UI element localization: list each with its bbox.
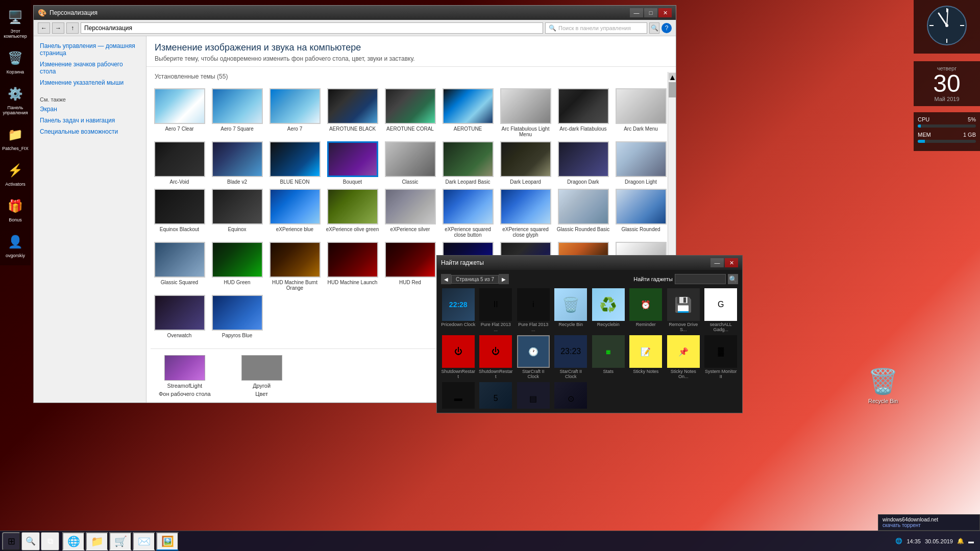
sidebar-icon-user[interactable]: 👤 ovgorskiy bbox=[1, 230, 30, 260]
theme-item-t-hud-burnt[interactable]: HUD Machine Burnt Orange bbox=[268, 242, 322, 291]
theme-item-t-hud-green[interactable]: HUD Green bbox=[210, 242, 264, 291]
maximize-button[interactable]: □ bbox=[644, 8, 657, 17]
scroll-up-btn[interactable]: ▲ bbox=[669, 73, 676, 80]
gadget-item-g-topfive[interactable]: 5Top Five bbox=[479, 382, 513, 409]
theme-item-t-arc-flat-light[interactable]: Arc Flatabulous Light Menu bbox=[499, 88, 552, 137]
screen-link[interactable]: Экран bbox=[40, 106, 140, 113]
gadget-item-g-clock[interactable]: 22:28Pricedown Clock bbox=[441, 288, 476, 332]
gadgets-next-btn[interactable]: ▶ bbox=[499, 274, 509, 284]
theme-item-t-xp-blue[interactable]: eXPerience blue bbox=[268, 189, 322, 238]
taskbar-show-desktop-btn[interactable]: ▬ bbox=[968, 538, 974, 544]
theme-item-t-dragoon-light[interactable]: Dragoon Light bbox=[614, 141, 668, 185]
search-button[interactable]: 🔍 bbox=[649, 22, 659, 34]
theme-item-t-dark-leopard[interactable]: Dark Leopard bbox=[499, 141, 552, 185]
gadget-item-g-stats[interactable]: ▦Stats bbox=[591, 335, 626, 379]
taskbar-notification-icon[interactable]: 🔔 bbox=[957, 538, 964, 544]
theme-item-t-equinox[interactable]: Equinox bbox=[210, 189, 264, 238]
taskbar-link[interactable]: Панель задач и навигация bbox=[40, 117, 140, 124]
sidebar-icon-bonus[interactable]: 🎁 Bonus bbox=[1, 194, 30, 224]
theme-item-t-dark-leopard-basic[interactable]: Dark Leopard Basic bbox=[441, 141, 495, 185]
gadgets-close-btn[interactable]: ✕ bbox=[725, 258, 738, 267]
theme-item-t-aerotune[interactable]: AEROTUNE bbox=[441, 88, 495, 137]
sidebar-icon-activators[interactable]: ⚡ Activators bbox=[1, 158, 30, 189]
theme-item-t-blue-neon[interactable]: BLUE NEON bbox=[268, 141, 322, 185]
accessibility-link[interactable]: Специальные возможности bbox=[40, 128, 140, 135]
theme-item-t-arc-dark-flat[interactable]: Arc-dark Flatabulous bbox=[556, 88, 610, 137]
gadget-item-g-stickynotes2[interactable]: 📌Sticky Notes On... bbox=[666, 335, 701, 379]
taskbar-control-panel-btn[interactable]: 🖼️ bbox=[156, 532, 179, 550]
theme-name-t-dark-leopard-basic: Dark Leopard Basic bbox=[446, 179, 491, 185]
theme-item-t-glassic-sq[interactable]: Glassic Squared bbox=[153, 242, 206, 291]
back-button[interactable]: ← bbox=[38, 22, 50, 34]
gadgets-search-label: Найти гаджеты bbox=[633, 276, 673, 282]
gadget-item-g-pureflat1[interactable]: IIPure Flat 2013 ... bbox=[479, 288, 513, 332]
theme-item-t-aerotune-black[interactable]: AEROTUNE BLACK bbox=[326, 88, 379, 137]
taskbar-mail-btn[interactable]: ✉️ bbox=[133, 532, 155, 550]
theme-item-t-xp-silver[interactable]: eXPerience silver bbox=[383, 189, 437, 238]
theme-item-t-arc-void[interactable]: Arc-Void bbox=[153, 141, 206, 185]
gadget-item-g-starcraft[interactable]: 23:23StarCraft II Clock bbox=[554, 335, 589, 379]
theme-item-t-aero7sq[interactable]: Aero 7 Square bbox=[210, 88, 264, 137]
gadget-item-g-searchall[interactable]: GsearchALL Gadg... bbox=[704, 288, 739, 332]
home-link[interactable]: Панель управления — домашняя страница bbox=[40, 42, 140, 57]
sidebar-icon-controlpanel[interactable]: ⚙️ Панель управления bbox=[1, 82, 30, 117]
theme-item-t-glassic-rounded-basic[interactable]: Glassic Rounded Basic bbox=[556, 189, 610, 238]
theme-item-t-xp-olive[interactable]: eXPerience olive green bbox=[326, 189, 379, 238]
scroll-thumb[interactable] bbox=[669, 82, 676, 97]
taskbar-ie-btn[interactable]: 🌐 bbox=[62, 532, 85, 550]
recycle-bin-icon[interactable]: 🗑️ Recycle Bin bbox=[868, 367, 898, 404]
theme-item-t-xp-sq-close-glyph[interactable]: eXPerience squared close glyph bbox=[499, 189, 552, 238]
theme-item-t-dragoon-dark[interactable]: Dragoon Dark bbox=[556, 141, 610, 185]
theme-item-t-blade-v2[interactable]: Blade v2 bbox=[210, 141, 264, 185]
gadgets-search-btn[interactable]: 🔍 bbox=[728, 274, 738, 284]
gadget-item-g-reminder[interactable]: ⏰Reminder bbox=[629, 288, 664, 332]
taskbar-search-btn[interactable]: 🔍 bbox=[21, 532, 40, 550]
gadget-item-g-sysuptime[interactable]: ▬System Uptime ... bbox=[441, 382, 476, 409]
gadget-item-g-removedrive[interactable]: 💾Remove Drive S... bbox=[666, 288, 701, 332]
theme-item-t-papyros-blue[interactable]: Papyros Blue bbox=[210, 295, 264, 338]
taskbar-right-area: 🌐 14:35 30.05.2019 🔔 ▬ bbox=[895, 538, 978, 544]
search-icon: 🔍 bbox=[549, 24, 556, 32]
minimize-button[interactable]: — bbox=[630, 8, 643, 17]
theme-item-t-xp-sq-close-btn[interactable]: eXPerience squared close button bbox=[441, 189, 495, 238]
theme-item-t-aero7[interactable]: Aero 7 bbox=[268, 88, 322, 137]
theme-item-t-classic[interactable]: Classic bbox=[383, 141, 437, 185]
forward-button[interactable]: → bbox=[52, 22, 64, 34]
taskbar-store-btn[interactable]: 🛒 bbox=[109, 532, 132, 550]
gadget-item-g-shutdown2[interactable]: ⏻ShutdownRestart bbox=[479, 335, 513, 379]
gadgets-minimize-btn[interactable]: — bbox=[710, 258, 724, 267]
gadget-item-g-recyclebin2[interactable]: ♻️Recyclebin bbox=[591, 288, 626, 332]
address-bar[interactable]: Персонализация bbox=[81, 22, 543, 34]
gadget-item-g-recyclebin[interactable]: 🗑️Recycle Bin bbox=[554, 288, 589, 332]
theme-item-t-bouquet[interactable]: Bouquet bbox=[326, 141, 379, 185]
close-button[interactable]: ✕ bbox=[658, 8, 672, 17]
gadget-item-g-sysmonitor[interactable]: ▓System Monitor II bbox=[704, 335, 739, 379]
search-bar[interactable]: 🔍 Поиск в панели управления bbox=[545, 22, 647, 34]
theme-item-t-glassic-rounded[interactable]: Glassic Rounded bbox=[614, 189, 668, 238]
sidebar-icon-trash[interactable]: 🗑️ Корзина bbox=[1, 46, 30, 77]
theme-item-t-arc-dark-menu[interactable]: Arc Dark Menu bbox=[614, 88, 668, 137]
gadgets-prev-btn[interactable]: ◀ bbox=[441, 274, 451, 284]
gadget-item-g-shutdown1[interactable]: ⏻ShutdownRestart bbox=[441, 335, 476, 379]
desktop-icons-link[interactable]: Изменение значков рабочего стола bbox=[40, 61, 140, 75]
up-button[interactable]: ↑ bbox=[66, 22, 79, 34]
mouse-cursors-link[interactable]: Изменение указателей мыши bbox=[40, 79, 140, 86]
theme-item-t-aerotune-coral[interactable]: AEROTUNE CORAL bbox=[383, 88, 437, 137]
gadget-item-g-transparent[interactable]: ⊙Transparent - cl... bbox=[554, 382, 589, 409]
task-view-btn[interactable]: ⧉ bbox=[41, 532, 59, 550]
theme-item-t-hud-launch[interactable]: HUD Machine Launch bbox=[326, 242, 379, 291]
theme-item-t-overwatch[interactable]: Overwatch bbox=[153, 295, 206, 338]
start-button[interactable]: ⊞ bbox=[2, 532, 20, 550]
taskbar-explorer-btn[interactable]: 📁 bbox=[86, 532, 108, 550]
gadget-item-g-topprocess[interactable]: ▤Top Process Mo... bbox=[516, 382, 551, 409]
gadget-item-g-clock2[interactable]: 🕐StarCraft II Clock bbox=[516, 335, 551, 379]
gadget-item-g-pureflat2[interactable]: iPure Flat 2013 ... bbox=[516, 288, 551, 332]
theme-item-t-hud-red[interactable]: HUD Red bbox=[383, 242, 437, 291]
gadget-item-g-stickynotes[interactable]: 📝Sticky Notes bbox=[629, 335, 664, 379]
theme-item-t-aero7clear[interactable]: Aero 7 Clear bbox=[153, 88, 206, 137]
theme-item-t-equinox-blackout[interactable]: Equinox Blackout bbox=[153, 189, 206, 238]
gadgets-search-input[interactable] bbox=[675, 274, 726, 284]
help-button[interactable]: ? bbox=[662, 23, 672, 33]
sidebar-icon-computer[interactable]: 🖥️ Этот компьютер bbox=[1, 5, 30, 41]
sidebar-icon-patches[interactable]: 📁 Patches_FIX bbox=[1, 122, 30, 153]
